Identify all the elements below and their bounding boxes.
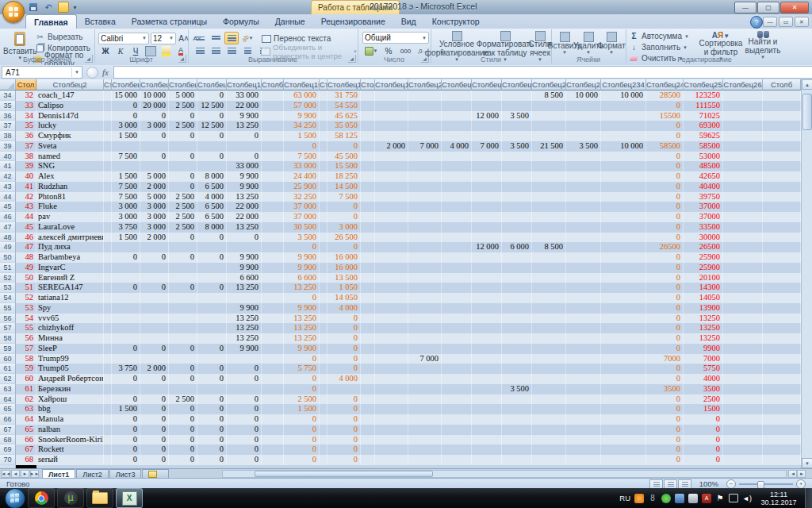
cell[interactable]: Смурфик [36,131,104,141]
alignment-dialog-launcher[interactable]: ◢ [348,55,356,63]
cell[interactable]: 1 500 [284,131,320,141]
cell[interactable]: 7 500 [284,152,320,162]
cell[interactable]: 33 000 [227,90,262,101]
cell[interactable] [442,303,472,314]
cell[interactable] [320,354,327,364]
cell[interactable] [472,435,502,445]
cell[interactable] [566,333,601,344]
cell[interactable] [502,182,532,192]
row-header[interactable]: 34 [0,90,16,101]
cell[interactable]: 0 [646,182,684,192]
column-header[interactable]: Столб [763,79,801,90]
cell[interactable] [408,374,442,384]
cell[interactable] [723,444,763,455]
cell[interactable] [723,121,763,131]
cell[interactable]: 3 000 [140,222,169,233]
cell[interactable]: 7000 [646,354,684,364]
cell[interactable] [408,455,442,465]
cell[interactable] [502,344,532,354]
language-indicator[interactable]: RU [619,494,630,502]
cell[interactable] [601,293,646,303]
cell[interactable]: 2 500 [169,192,197,202]
cell[interactable] [601,152,646,162]
cell[interactable]: 0 [646,171,684,182]
cell[interactable]: 0 [197,444,227,455]
cell[interactable]: 10 000 [601,141,646,152]
cell[interactable] [442,263,472,273]
cell[interactable] [472,303,502,314]
cell[interactable] [320,364,327,374]
cell[interactable]: 0 [284,242,320,252]
cell[interactable]: 7 000 [408,141,442,152]
cell[interactable] [262,233,284,243]
cell[interactable] [532,293,566,303]
cell[interactable]: 0 [327,323,361,333]
cell[interactable] [140,293,169,303]
zoom-in-icon[interactable]: + [796,479,806,489]
cell[interactable]: 0 [646,152,684,162]
cell[interactable] [408,233,442,243]
cell[interactable] [320,222,327,233]
cell[interactable]: 0 [112,435,140,445]
cell[interactable] [104,263,112,273]
cell[interactable]: 32 [16,90,36,101]
tray-flag-icon[interactable]: ⚑ [715,494,725,503]
cell[interactable] [723,212,763,222]
vertical-scroll-thumb[interactable] [802,94,812,130]
cell[interactable]: 1 500 [112,131,140,141]
cell[interactable] [763,131,801,141]
cell[interactable] [723,111,763,121]
cell[interactable]: 0 [227,374,262,384]
cell[interactable]: 30000 [684,233,723,243]
cell[interactable] [763,425,801,435]
tray-dropbox-icon[interactable] [688,494,698,503]
cell[interactable]: 0 [646,161,684,171]
cell[interactable]: Sveta [36,141,104,152]
cell[interactable]: 9 900 [284,252,320,263]
cell[interactable] [104,444,112,455]
cell[interactable] [763,161,801,171]
cell[interactable] [723,242,763,252]
cell[interactable]: 0 [646,293,684,303]
cell[interactable]: 26500 [684,242,723,252]
cell[interactable]: 16 000 [327,252,361,263]
zoom-slider-knob[interactable] [757,481,764,489]
cell[interactable] [763,182,801,192]
cell[interactable] [197,242,227,252]
cell[interactable] [532,323,566,333]
row-header[interactable]: 40 [0,152,16,162]
cell[interactable] [763,121,801,131]
cell[interactable] [104,121,112,131]
taskbar-chrome-button[interactable] [28,488,55,508]
cell[interactable]: 20 000 [140,101,169,111]
cell[interactable] [601,404,646,414]
cell[interactable]: 42 [16,192,36,202]
cell[interactable]: 2 000 [140,182,169,192]
cell[interactable]: 13 250 [227,121,262,131]
cell[interactable]: pav [36,212,104,222]
cell[interactable] [723,404,763,414]
cell[interactable] [227,242,262,252]
cell[interactable]: 0 [284,414,320,425]
cell[interactable]: 3 000 [327,222,361,233]
cell[interactable] [472,364,502,374]
cell[interactable] [112,384,140,394]
cell[interactable] [763,354,801,364]
cell[interactable]: 12 500 [197,101,227,111]
cell[interactable]: 32 250 [284,192,320,202]
cell[interactable]: SEREGA147 [36,283,104,293]
cell[interactable]: 0 [646,303,684,314]
cell[interactable] [532,171,566,182]
cell[interactable] [763,303,801,314]
cell[interactable]: 0 [112,455,140,465]
cell[interactable] [262,161,284,171]
tab-vstavka[interactable]: Вставка [77,14,124,29]
cell[interactable] [375,333,408,344]
cell[interactable]: 25 900 [284,182,320,192]
cell[interactable] [375,111,408,121]
cell[interactable] [532,425,566,435]
cell[interactable]: 4 000 [327,303,361,314]
cell[interactable] [262,222,284,233]
cell[interactable] [566,242,601,252]
cell[interactable]: 8 000 [197,222,227,233]
